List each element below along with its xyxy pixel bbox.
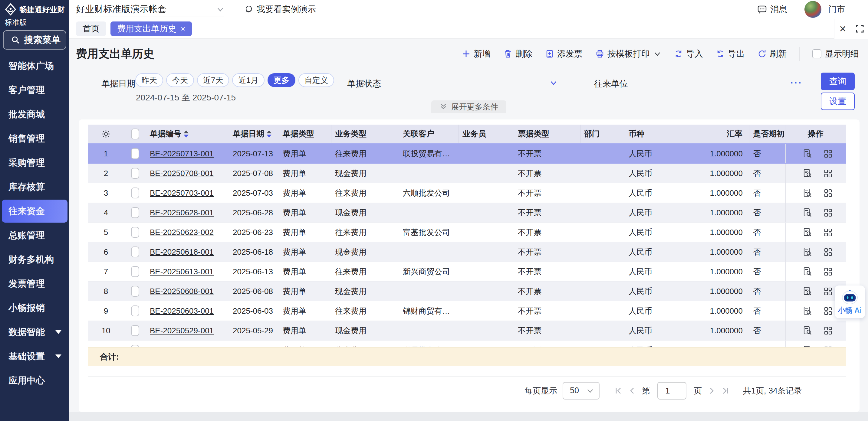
file-search-icon[interactable] xyxy=(803,346,812,347)
sort-icons[interactable] xyxy=(184,130,189,138)
table-row[interactable]: 4BE-20250628-0012025-06-28费用单现金费用不开票人民币1… xyxy=(88,203,846,223)
document-link[interactable]: BE-20250708-001 xyxy=(150,169,214,178)
row-checkbox[interactable] xyxy=(131,168,139,179)
table-row[interactable]: 5BE-20250623-0022025-06-23费用单往来费用富基批发公司不… xyxy=(88,223,846,242)
column-settings-button[interactable] xyxy=(88,125,124,143)
tab-费用支出单历史[interactable]: 费用支出单历史× xyxy=(111,22,192,36)
document-link[interactable]: BE-20250613-001 xyxy=(150,267,214,277)
table-row[interactable]: 11BE-20250524-0012025-05-24费用单往来费用联易批发公司… xyxy=(88,341,846,347)
close-tab-icon[interactable]: × xyxy=(181,25,185,33)
document-link[interactable]: BE-20250703-001 xyxy=(150,188,214,198)
close-all-tabs-button[interactable]: × xyxy=(834,19,851,39)
show-detail-toggle[interactable]: 显示明细 xyxy=(812,48,859,60)
sidebar-search-input[interactable]: 搜索菜单 xyxy=(3,30,66,50)
sidebar-item-客户管理[interactable]: 客户管理 xyxy=(0,78,69,102)
toolbar-button-删除[interactable]: 删除 xyxy=(503,48,532,60)
user-avatar[interactable] xyxy=(804,1,822,18)
grid-actions-icon[interactable] xyxy=(823,247,833,257)
file-search-icon[interactable] xyxy=(803,168,812,178)
file-search-icon[interactable] xyxy=(803,227,812,237)
file-search-icon[interactable] xyxy=(803,267,812,277)
table-row[interactable]: 7BE-20250613-0012025-06-13费用单往来费用新兴商贸公司不… xyxy=(88,262,846,282)
sidebar-item-采购管理[interactable]: 采购管理 xyxy=(0,151,69,175)
row-checkbox[interactable] xyxy=(131,345,139,347)
grid-actions-icon[interactable] xyxy=(823,227,833,237)
grid-actions-icon[interactable] xyxy=(823,208,833,218)
row-checkbox[interactable] xyxy=(131,286,139,297)
grid-actions-icon[interactable] xyxy=(823,188,833,198)
row-checkbox[interactable] xyxy=(131,325,139,336)
status-select[interactable] xyxy=(390,76,560,91)
sidebar-item-库存核算[interactable]: 库存核算 xyxy=(0,175,69,199)
sort-icons[interactable] xyxy=(267,130,272,138)
sidebar-item-数据智能[interactable]: 数据智能 xyxy=(0,320,69,344)
document-link[interactable]: BE-20250618-001 xyxy=(150,248,214,257)
column-header-单据编号[interactable]: 单据编号 xyxy=(146,125,229,143)
document-link[interactable]: BE-20250603-001 xyxy=(150,306,214,316)
date-range-value[interactable]: 2024-07-15 至 2025-07-15 xyxy=(136,92,236,103)
prev-page-icon[interactable] xyxy=(628,387,637,395)
next-page-icon[interactable] xyxy=(707,387,716,395)
sort-desc-icon[interactable] xyxy=(184,135,189,138)
file-search-icon[interactable] xyxy=(803,326,812,335)
range-pill-自定义[interactable]: 自定义 xyxy=(299,73,334,87)
sidebar-item-智能体广场[interactable]: 智能体广场 xyxy=(0,54,69,78)
account-selector[interactable]: 好业财标准版演示帐套 xyxy=(76,2,224,17)
table-row[interactable]: 6BE-20250618-0012025-06-18费用单现金费用不开票人民币1… xyxy=(88,242,846,262)
grid-actions-icon[interactable] xyxy=(823,346,833,347)
document-link[interactable]: BE-20250628-001 xyxy=(150,208,214,218)
table-row[interactable]: 3BE-20250703-0012025-07-03费用单往来费用六顺批发公司不… xyxy=(88,183,846,203)
sidebar-item-应用中心[interactable]: 应用中心 xyxy=(0,368,69,393)
grid-actions-icon[interactable] xyxy=(823,286,833,296)
row-checkbox[interactable] xyxy=(131,266,139,277)
file-search-icon[interactable] xyxy=(803,188,812,198)
sidebar-item-销售管理[interactable]: 销售管理 xyxy=(0,126,69,151)
row-checkbox[interactable] xyxy=(131,207,139,218)
toolbar-button-按模板打印[interactable]: 按模板打印 xyxy=(595,48,661,60)
settings-button[interactable]: 设置 xyxy=(821,93,855,110)
document-link[interactable]: BE-20250713-001 xyxy=(150,149,214,159)
document-link[interactable]: BE-20250529-001 xyxy=(150,326,214,335)
row-checkbox[interactable] xyxy=(131,305,139,316)
range-pill-今天[interactable]: 今天 xyxy=(166,73,194,87)
fullscreen-button[interactable] xyxy=(851,19,868,39)
sidebar-item-小畅报销[interactable]: 小畅报销 xyxy=(0,296,69,320)
table-row[interactable]: 1BE-20250713-0012025-07-13费用单往来费用联投贸易有…不… xyxy=(88,144,846,164)
grid-actions-icon[interactable] xyxy=(823,149,833,159)
demo-link[interactable]: 我要看实例演示 xyxy=(245,4,316,15)
sort-asc-icon[interactable] xyxy=(267,130,272,133)
document-link[interactable]: BE-20250524-001 xyxy=(150,346,214,348)
row-checkbox[interactable] xyxy=(131,188,139,198)
sort-asc-icon[interactable] xyxy=(184,130,189,133)
column-header-单据日期[interactable]: 单据日期 xyxy=(229,125,279,143)
file-search-icon[interactable] xyxy=(803,306,812,316)
user-name[interactable]: 门市 xyxy=(828,4,845,15)
sidebar-item-发票管理[interactable]: 发票管理 xyxy=(0,271,69,296)
table-row[interactable]: 10BE-20250529-0012025-05-29费用单现金费用不开票人民币… xyxy=(88,321,846,341)
file-search-icon[interactable] xyxy=(803,286,812,296)
messages-button[interactable]: 消息 xyxy=(757,4,787,15)
toolbar-button-刷新[interactable]: 刷新 xyxy=(757,48,786,60)
row-checkbox[interactable] xyxy=(131,227,139,238)
query-button[interactable]: 查询 xyxy=(821,73,855,90)
select-all-checkbox[interactable] xyxy=(131,129,139,139)
file-search-icon[interactable] xyxy=(803,208,812,218)
tab-首页[interactable]: 首页 xyxy=(76,22,106,36)
row-checkbox[interactable] xyxy=(131,247,139,257)
toolbar-button-添发票[interactable]: 添发票 xyxy=(545,48,583,60)
grid-actions-icon[interactable] xyxy=(823,267,833,277)
range-pill-近7天[interactable]: 近7天 xyxy=(197,73,229,87)
show-detail-checkbox[interactable] xyxy=(812,49,822,58)
range-pill-昨天[interactable]: 昨天 xyxy=(135,73,163,87)
document-link[interactable]: BE-20250608-001 xyxy=(150,287,214,296)
first-page-icon[interactable] xyxy=(614,387,623,395)
sidebar-item-总账管理[interactable]: 总账管理 xyxy=(0,223,69,248)
ai-assistant-widget[interactable]: 小畅 Ai xyxy=(835,286,865,318)
partner-input[interactable]: ··· xyxy=(637,76,805,91)
sidebar-item-基础设置[interactable]: 基础设置 xyxy=(0,344,69,368)
toolbar-button-新增[interactable]: 新增 xyxy=(462,48,491,60)
grid-actions-icon[interactable] xyxy=(823,168,833,178)
expand-more-button[interactable]: 展开更多条件 xyxy=(431,100,506,113)
sidebar-item-批发商城[interactable]: 批发商城 xyxy=(0,102,69,126)
range-pill-更多[interactable]: 更多 xyxy=(268,73,296,87)
